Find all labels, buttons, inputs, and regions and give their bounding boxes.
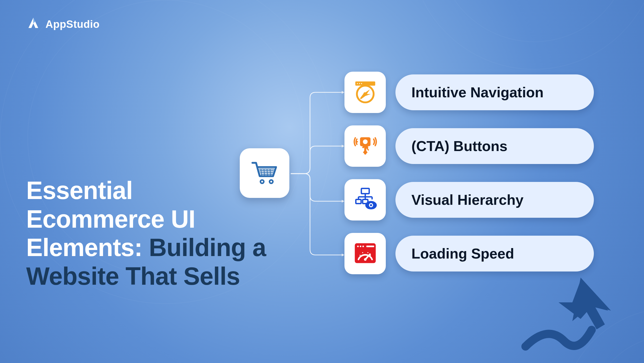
- svg-point-23: [358, 258, 359, 259]
- svg-point-18: [357, 245, 359, 247]
- feature-row-navigation: Intuitive Navigation: [344, 72, 594, 113]
- icon-card-hierarchy: [344, 179, 386, 221]
- title-line-3-dark: Building a: [149, 234, 266, 261]
- svg-rect-21: [366, 245, 374, 247]
- feature-label: Visual Hierarchy: [395, 182, 594, 218]
- svg-point-16: [370, 204, 372, 206]
- feature-label: Intuitive Navigation: [395, 74, 594, 110]
- feature-label: (CTA) Buttons: [395, 128, 594, 164]
- connector-lines: [288, 83, 349, 276]
- feature-row-cta: (CTA) Buttons: [344, 125, 594, 167]
- svg-point-28: [371, 258, 372, 259]
- svg-point-27: [370, 255, 371, 256]
- hierarchy-icon: [352, 186, 378, 214]
- title-line-1: Essential: [26, 177, 133, 204]
- feature-list: Intuitive Navigation (CTA) Buttons: [344, 72, 594, 274]
- logo-mark-icon: [26, 17, 41, 32]
- svg-point-3: [270, 181, 272, 183]
- feature-row-hierarchy: Visual Hierarchy: [344, 179, 594, 221]
- svg-point-1: [261, 181, 263, 183]
- page-title: Essential Ecommerce UI Elements: Buildin…: [26, 176, 266, 291]
- svg-rect-12: [356, 199, 361, 203]
- shopping-cart-icon: [249, 157, 280, 189]
- title-line-4: Website That Sells: [26, 262, 240, 290]
- cursor-arrow-icon: [509, 247, 625, 357]
- svg-point-5: [357, 83, 358, 84]
- speedometer-icon: [352, 240, 378, 267]
- cta-button-icon: [352, 133, 378, 160]
- cart-card: [240, 148, 289, 198]
- brand-logo: AppStudio: [26, 17, 100, 32]
- svg-point-25: [362, 252, 363, 253]
- brand-name: AppStudio: [45, 18, 100, 30]
- svg-point-7: [361, 83, 362, 84]
- icon-card-cta: [344, 125, 386, 167]
- navigation-icon: [352, 79, 378, 106]
- svg-point-20: [362, 245, 364, 247]
- icon-card-navigation: [344, 72, 386, 113]
- svg-rect-11: [361, 188, 369, 193]
- svg-point-10: [363, 139, 367, 144]
- svg-point-19: [360, 245, 361, 247]
- icon-card-speed: [344, 233, 386, 274]
- svg-point-26: [367, 252, 368, 253]
- title-line-3-white: Elements:: [26, 234, 149, 261]
- svg-point-6: [359, 83, 360, 84]
- title-line-2: Ecommerce UI: [26, 205, 195, 233]
- svg-point-24: [359, 255, 360, 256]
